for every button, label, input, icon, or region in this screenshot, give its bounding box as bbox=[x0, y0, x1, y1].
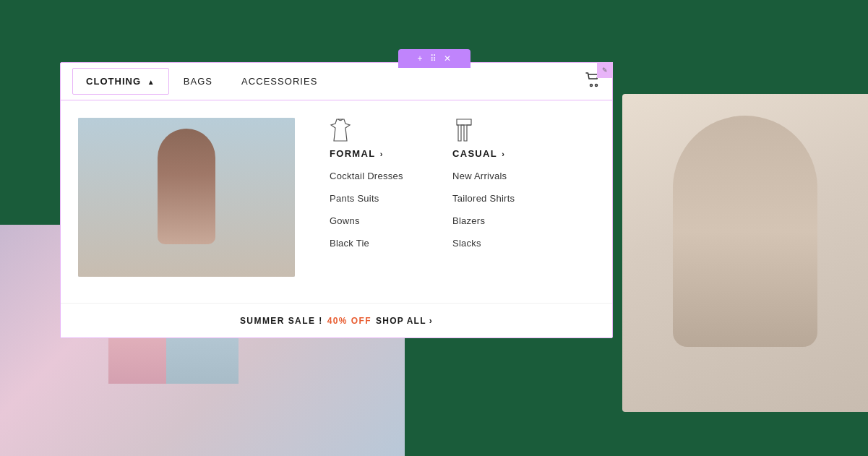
sale-banner: SUMMER SALE ! 40% OFF SHOP ALL › bbox=[61, 303, 612, 337]
formal-link-3[interactable]: Gowns bbox=[330, 215, 424, 226]
casual-link-1[interactable]: New Arrivals bbox=[452, 171, 546, 181]
svg-rect-10 bbox=[147, 223, 226, 277]
svg-rect-2 bbox=[78, 118, 295, 277]
nav-item-clothing-label: CLOTHING bbox=[86, 76, 141, 87]
nav-container: ✎ CLOTHING ▲ BAGS ACCESSORIES bbox=[60, 62, 613, 338]
svg-point-1 bbox=[596, 85, 598, 87]
casual-link-4[interactable]: Slacks bbox=[452, 238, 546, 249]
formal-link-1[interactable]: Cocktail Dresses bbox=[330, 171, 424, 181]
navbar: CLOTHING ▲ BAGS ACCESSORIES bbox=[61, 63, 612, 100]
svg-point-6 bbox=[159, 158, 214, 223]
nav-item-accessories[interactable]: ACCESSORIES bbox=[227, 66, 332, 97]
move-icon[interactable]: ⠿ bbox=[430, 53, 437, 64]
dropdown-categories: FORMAL › Cocktail Dresses Pants Suits Go… bbox=[295, 118, 595, 280]
svg-point-8 bbox=[174, 189, 181, 194]
nav-item-accessories-label: ACCESSORIES bbox=[241, 76, 317, 87]
nav-item-bags-label: BAGS bbox=[184, 76, 212, 87]
dropdown-hero-image bbox=[78, 118, 295, 277]
svg-rect-5 bbox=[172, 197, 201, 219]
nav-items: CLOTHING ▲ BAGS ACCESSORIES bbox=[72, 66, 585, 97]
formal-link-4[interactable]: Black Tie bbox=[330, 238, 424, 249]
formal-link-2[interactable]: Pants Suits bbox=[330, 193, 424, 204]
bg-right-image bbox=[622, 94, 868, 412]
sale-prefix: SUMMER SALE ! bbox=[240, 316, 323, 326]
svg-rect-3 bbox=[78, 118, 295, 219]
dress-icon bbox=[330, 118, 353, 141]
svg-point-7 bbox=[134, 162, 239, 182]
add-icon[interactable]: + bbox=[417, 53, 422, 64]
sale-arrow-icon: › bbox=[429, 316, 433, 326]
casual-link-2[interactable]: Tailored Shirts bbox=[452, 193, 546, 204]
nav-item-bags[interactable]: BAGS bbox=[169, 66, 227, 97]
close-icon[interactable]: ✕ bbox=[444, 53, 451, 64]
nav-item-clothing[interactable]: CLOTHING ▲ bbox=[72, 68, 169, 95]
formal-category: FORMAL › Cocktail Dresses Pants Suits Go… bbox=[330, 118, 424, 280]
casual-title[interactable]: CASUAL › bbox=[452, 148, 546, 159]
sale-shop-link[interactable]: SHOP ALL bbox=[376, 316, 426, 326]
pants-icon bbox=[452, 118, 476, 141]
casual-category: CASUAL › New Arrivals Tailored Shirts Bl… bbox=[452, 118, 546, 280]
svg-point-9 bbox=[192, 189, 199, 194]
clothing-arrow: ▲ bbox=[147, 78, 155, 86]
dropdown-panel: FORMAL › Cocktail Dresses Pants Suits Go… bbox=[61, 100, 612, 303]
casual-link-3[interactable]: Blazers bbox=[452, 215, 546, 226]
sale-highlight: 40% OFF bbox=[327, 316, 371, 326]
svg-rect-4 bbox=[143, 212, 230, 277]
edit-corner-button[interactable]: ✎ bbox=[597, 62, 613, 78]
svg-point-0 bbox=[590, 85, 593, 87]
editor-toolbar: + ⠿ ✕ bbox=[398, 49, 470, 68]
formal-title[interactable]: FORMAL › bbox=[330, 148, 424, 159]
